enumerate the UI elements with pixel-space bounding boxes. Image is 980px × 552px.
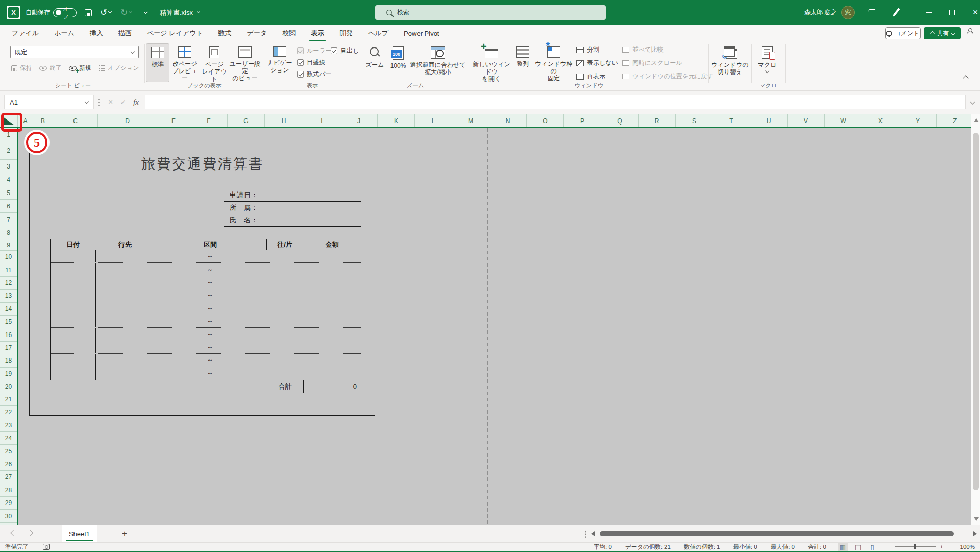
zoom-percentage[interactable]: 100% bbox=[954, 544, 975, 550]
excel-app-icon[interactable]: X bbox=[7, 6, 20, 19]
column-header-K[interactable]: K bbox=[378, 114, 415, 127]
vertical-scrollbar[interactable] bbox=[971, 114, 980, 525]
enter-icon[interactable]: ✓ bbox=[120, 98, 126, 106]
scrollbar-resize-handle[interactable] bbox=[585, 530, 586, 538]
row-header-12[interactable]: 12 bbox=[0, 277, 17, 290]
column-header-P[interactable]: P bbox=[564, 114, 601, 127]
unhide-button[interactable]: 再表示 bbox=[576, 72, 618, 81]
page-break-preview-button[interactable]: 改ページ プレビュー bbox=[169, 43, 200, 82]
column-header-C[interactable]: C bbox=[53, 114, 98, 127]
expense-cell[interactable] bbox=[96, 341, 154, 353]
formula-bar-checkbox[interactable]: 数式バー bbox=[297, 70, 332, 79]
new-sheet-view-button[interactable]: 新規 bbox=[69, 64, 91, 73]
expense-cell[interactable] bbox=[96, 315, 154, 327]
page-break-view-toggle[interactable]: ▯ bbox=[868, 543, 876, 551]
premium-gem-icon[interactable] bbox=[868, 9, 876, 15]
expense-cell[interactable] bbox=[51, 250, 96, 262]
minimize-button[interactable] bbox=[917, 0, 940, 25]
zoom-100-button[interactable]: 100% bbox=[387, 43, 409, 82]
exit-sheet-view-button[interactable]: 終了 bbox=[39, 64, 62, 73]
expense-cell[interactable] bbox=[96, 250, 154, 262]
prev-sheet-icon[interactable] bbox=[10, 530, 17, 536]
expense-cell[interactable]: ～ bbox=[154, 328, 267, 340]
expense-cell[interactable] bbox=[51, 289, 96, 301]
hide-button[interactable]: 表示しない bbox=[576, 59, 618, 67]
headings-checkbox[interactable]: 見出し bbox=[331, 46, 359, 55]
column-header-H[interactable]: H bbox=[265, 114, 303, 127]
sheet-view-combo[interactable]: 既定 bbox=[10, 46, 139, 58]
search-input[interactable]: 検索 bbox=[375, 5, 606, 20]
row-header-14[interactable]: 14 bbox=[0, 303, 17, 316]
field-row[interactable]: 申請日： bbox=[224, 189, 361, 202]
ribbon-tab-校閲[interactable]: 校閲 bbox=[275, 25, 303, 41]
scroll-right-icon[interactable] bbox=[973, 531, 977, 536]
editing-mode-icon[interactable] bbox=[893, 8, 900, 15]
column-header-Z[interactable]: Z bbox=[937, 114, 971, 127]
column-header-S[interactable]: S bbox=[676, 114, 713, 127]
undo-button[interactable]: ↺ bbox=[98, 0, 113, 25]
zoom-slider-knob[interactable] bbox=[914, 544, 916, 549]
column-header-Y[interactable]: Y bbox=[899, 114, 937, 127]
expense-cell[interactable] bbox=[266, 328, 303, 340]
keep-sheet-view-button[interactable]: 保持 bbox=[11, 64, 32, 73]
row-header-7[interactable]: 7 bbox=[0, 213, 17, 226]
total-value-cell[interactable]: 0 bbox=[304, 380, 361, 393]
ribbon-tab-ホーム[interactable]: ホーム bbox=[46, 25, 82, 41]
expense-cell[interactable]: ～ bbox=[154, 263, 267, 275]
cancel-icon[interactable]: × bbox=[108, 98, 113, 107]
new-window-button[interactable]: 新しいウィンドウ を開く bbox=[471, 43, 512, 82]
autosave-toggle[interactable]: 自動保存 オフ bbox=[26, 0, 77, 25]
synchronous-scrolling-button[interactable]: 同時にスクロール bbox=[622, 59, 714, 67]
expense-cell[interactable] bbox=[96, 263, 154, 275]
row-header-8[interactable]: 8 bbox=[0, 226, 17, 239]
expense-cell[interactable] bbox=[96, 367, 154, 380]
ribbon-tab-ページ レイアウト[interactable]: ページ レイアウト bbox=[139, 25, 211, 41]
macros-button[interactable]: マクロ bbox=[753, 43, 781, 82]
custom-views-button[interactable]: ユーザー設定 のビュー bbox=[229, 43, 261, 82]
expense-cell[interactable] bbox=[51, 354, 96, 366]
ribbon-tab-ファイル[interactable]: ファイル bbox=[4, 25, 46, 41]
column-header-L[interactable]: L bbox=[415, 114, 452, 127]
vertical-scroll-thumb[interactable] bbox=[973, 133, 979, 490]
split-button[interactable]: 分割 bbox=[576, 45, 618, 54]
expense-cell[interactable] bbox=[266, 276, 303, 289]
ribbon-tab-表示[interactable]: 表示 bbox=[303, 25, 332, 41]
expense-cell[interactable]: ～ bbox=[154, 367, 267, 380]
redo-button[interactable]: ↻ bbox=[118, 0, 134, 25]
column-header-G[interactable]: G bbox=[228, 114, 265, 127]
expense-cell[interactable] bbox=[303, 315, 361, 327]
expense-cell[interactable] bbox=[303, 341, 361, 353]
view-side-by-side-button[interactable]: 並べて比較 bbox=[622, 45, 714, 54]
zoom-out-icon[interactable]: − bbox=[888, 544, 891, 550]
normal-view-toggle[interactable]: ▦ bbox=[838, 543, 848, 551]
column-header-X[interactable]: X bbox=[862, 114, 899, 127]
column-header-D[interactable]: D bbox=[98, 114, 157, 127]
row-header-17[interactable]: 17 bbox=[0, 342, 17, 354]
horizontal-scroll-thumb[interactable] bbox=[600, 531, 954, 536]
freeze-panes-button[interactable]: ウィンドウ枠の 固定 bbox=[533, 43, 574, 82]
ribbon-tab-開発[interactable]: 開発 bbox=[332, 25, 360, 41]
expense-cell[interactable] bbox=[266, 354, 303, 366]
row-header-4[interactable]: 4 bbox=[0, 173, 17, 186]
ribbon-tab-Power Pivot[interactable]: Power Pivot bbox=[396, 25, 447, 41]
expense-cell[interactable] bbox=[51, 341, 96, 353]
row-header-24[interactable]: 24 bbox=[0, 432, 17, 445]
horizontal-scrollbar[interactable] bbox=[591, 528, 977, 539]
scroll-left-icon[interactable] bbox=[591, 531, 595, 536]
row-header-18[interactable]: 18 bbox=[0, 354, 17, 367]
ribbon-tab-数式[interactable]: 数式 bbox=[211, 25, 239, 41]
row-header-21[interactable]: 21 bbox=[0, 393, 17, 406]
row-header-30[interactable]: 30 bbox=[0, 510, 17, 522]
expense-cell[interactable] bbox=[266, 315, 303, 327]
sheet-tab-sheet1[interactable]: Sheet1 bbox=[62, 525, 97, 542]
next-sheet-icon[interactable] bbox=[27, 530, 33, 536]
account-button[interactable]: 森太郎 窓之 窓 bbox=[804, 0, 855, 25]
arrange-all-button[interactable]: 整列 bbox=[512, 43, 533, 82]
expense-cell[interactable] bbox=[96, 289, 154, 301]
zoom-slider[interactable] bbox=[895, 546, 936, 547]
scroll-up-icon[interactable] bbox=[974, 118, 979, 122]
page-layout-view-button[interactable]: ページ レイアウト bbox=[200, 43, 229, 82]
expense-cell[interactable] bbox=[266, 341, 303, 353]
expense-cell[interactable]: ～ bbox=[154, 276, 267, 289]
normal-view-button[interactable]: 標準 bbox=[146, 43, 169, 82]
